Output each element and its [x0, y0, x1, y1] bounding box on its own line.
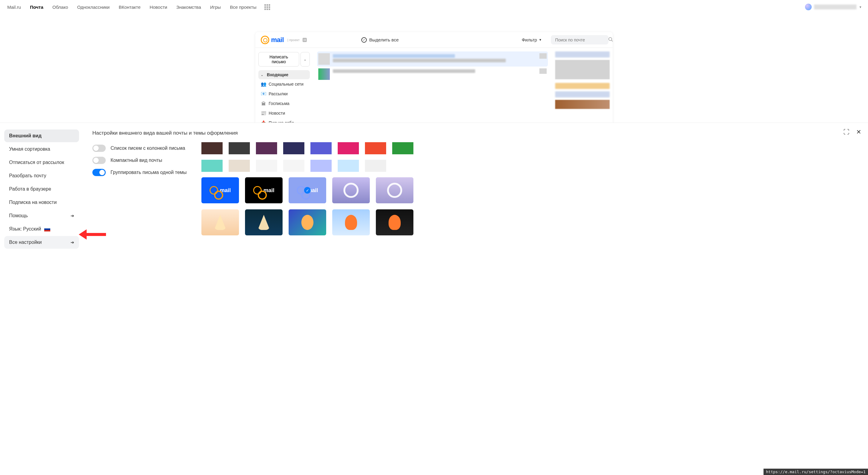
compose-button[interactable]: Написать письмо [258, 52, 299, 67]
settings-sidebar: Внешний вид Умная сортировка Отписаться … [0, 123, 83, 136]
portal-link[interactable]: Одноклассники [76, 4, 111, 10]
user-avatar-icon [805, 4, 812, 10]
portal-link[interactable]: Облако [51, 4, 69, 10]
settings-panel: Внешний вид Умная сортировка Отписаться … [0, 123, 868, 136]
newsletter-icon: 📧 [261, 91, 266, 97]
folder-social[interactable]: 👥 Социальные сети [258, 79, 310, 89]
close-icon: ✕ [856, 129, 861, 135]
compose-dropdown-button[interactable]: ⌄ [301, 52, 310, 67]
chevron-down-icon: ⌄ [304, 58, 306, 61]
mail-app: mail | проект vk Выделить все Фильтр ▼ Н… [255, 32, 613, 136]
chevron-down-icon: ▼ [859, 5, 862, 9]
search-icon [608, 37, 613, 43]
folder-label: Рассылки [269, 91, 288, 96]
gov-icon: 🏛 [261, 101, 266, 106]
settings-nav-appearance[interactable]: Внешний вид [4, 130, 79, 136]
people-icon: 👥 [261, 81, 266, 87]
chevron-down-icon: ⌄ [261, 73, 263, 76]
mail-date [539, 68, 547, 74]
mail-logo-text: mail [271, 36, 284, 44]
mail-logo[interactable]: mail | проект vk [261, 36, 307, 44]
mail-row[interactable] [317, 52, 548, 67]
settings-title: Настройки внешнего вида вашей почты и те… [92, 130, 859, 136]
expand-button[interactable]: ⛶ [843, 128, 849, 136]
portal-link[interactable]: Все проекты [229, 4, 258, 10]
folder-label: Входящие [267, 72, 288, 77]
settings-nav-label: Внешний вид [9, 133, 41, 136]
folder-news[interactable]: 📰 Новости [258, 108, 310, 118]
portal-link[interactable]: Игры [209, 4, 222, 10]
mail-toolbar: mail | проект vk Выделить все Фильтр ▼ [255, 32, 613, 48]
portal-nav: Mail.ru Почта Облако Одноклассники ВКонт… [0, 0, 868, 14]
at-icon [261, 36, 269, 44]
folder-label: Социальные сети [269, 82, 304, 87]
svg-point-0 [609, 37, 612, 40]
user-name [814, 4, 857, 9]
news-icon: 📰 [261, 110, 266, 116]
portal-link[interactable]: ВКонтакте [118, 4, 142, 10]
folder-gov[interactable]: 🏛 Госписьма [258, 99, 310, 108]
select-all-button[interactable]: Выделить все [361, 37, 399, 43]
check-circle-icon [361, 37, 367, 43]
close-button[interactable]: ✕ [856, 128, 861, 136]
mail-avatar-icon [318, 68, 330, 80]
filter-button[interactable]: Фильтр ▼ [522, 37, 542, 42]
expand-icon: ⛶ [843, 129, 849, 135]
portal-link[interactable]: Mail.ru [6, 4, 22, 10]
filter-label: Фильтр [522, 37, 537, 42]
folder-label: Госписьма [269, 101, 289, 106]
chevron-down-icon: ▼ [539, 38, 542, 41]
select-all-label: Выделить все [369, 37, 399, 42]
portal-link[interactable]: Новости [148, 4, 168, 10]
folder-label: Новости [269, 111, 285, 115]
vk-badge-icon: vk [303, 38, 307, 42]
portal-link[interactable]: Почта [29, 4, 44, 10]
settings-content: ⛶ ✕ Настройки внешнего вида вашей почты … [83, 123, 868, 136]
portal-link[interactable]: Знакомства [175, 4, 202, 10]
search-box[interactable] [551, 35, 609, 44]
mail-avatar-icon [318, 53, 330, 65]
mail-row[interactable] [317, 67, 548, 82]
mail-date [539, 53, 547, 59]
folder-newsletters[interactable]: 📧 Рассылки [258, 89, 310, 99]
folder-inbox[interactable]: ⌄ Входящие [258, 70, 310, 79]
user-menu[interactable]: ▼ [805, 4, 862, 10]
apps-grid-icon[interactable] [265, 4, 270, 10]
svg-line-1 [612, 40, 613, 41]
mail-logo-sub: | проект [287, 38, 300, 42]
search-input[interactable] [555, 37, 608, 42]
